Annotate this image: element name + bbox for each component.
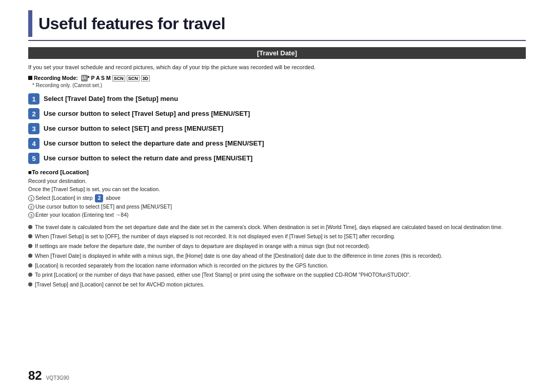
bullet-item-2: When [Travel Setup] is set to [OFF], the… [28, 233, 526, 241]
step-4: 4 Use cursor button to select the depart… [28, 138, 526, 149]
step-number-1: 1 [28, 93, 39, 105]
to-record-line-1: Record your destination. [28, 177, 526, 185]
to-record-section: ■To record [Location] Record your destin… [28, 169, 526, 219]
to-record-line-4: 2Use cursor button to select [SET] and p… [28, 202, 526, 211]
recording-note: * Recording only. (Cannot set.) [28, 82, 526, 88]
to-record-title: ■To record [Location] [28, 169, 526, 175]
step-text-4: Use cursor button to select the departur… [44, 138, 264, 149]
recording-mode-icons: iA* P A S M SCN SCN 3D [80, 75, 150, 81]
step-text-2: Use cursor button to select [Travel Setu… [44, 108, 250, 119]
title-accent [28, 10, 32, 37]
steps-list: 1 Select [Travel Date] from the [Setup] … [28, 93, 526, 164]
step-3: 3 Use cursor button to select [SET] and … [28, 123, 526, 134]
step-text-1: Select [Travel Date] from the [Setup] me… [44, 93, 178, 104]
step-text-3: Use cursor button to select [SET] and pr… [44, 123, 223, 134]
bullet-dot-3 [28, 244, 32, 248]
bullet-text-6: To print [Location] or the number of day… [35, 271, 411, 279]
bullet-dot-2 [28, 234, 32, 238]
bullet-text-5: [Location] is recorded separately from t… [35, 262, 328, 270]
page-footer: 82 VQT3G90 [28, 368, 69, 383]
to-record-line-2: Once the [Travel Setup] is set, you can … [28, 185, 526, 193]
title-section: Useful features for travel [28, 10, 526, 41]
bullet-item-6: To print [Location] or the number of day… [28, 271, 526, 279]
bullet-dot-7 [28, 282, 32, 286]
page-title: Useful features for travel [38, 14, 225, 33]
bullet-item-4: When [Travel Date] is displayed in white… [28, 252, 526, 260]
bullet-item-5: [Location] is recorded separately from t… [28, 262, 526, 270]
step-number-3: 3 [28, 123, 39, 134]
bullet-text-1: The travel date is calculated from the s… [35, 223, 503, 232]
bullet-dot-5 [28, 263, 32, 267]
step-1: 1 Select [Travel Date] from the [Setup] … [28, 93, 526, 105]
bullet-dot-6 [28, 273, 32, 277]
bullet-text-4: When [Travel Date] is displayed in white… [35, 252, 442, 260]
step-5: 5 Use cursor button to select the return… [28, 153, 526, 164]
to-record-body: Record your destination. Once the [Trave… [28, 177, 526, 219]
section-header: [Travel Date] [28, 47, 526, 59]
bullet-dot-4 [28, 254, 32, 258]
page-number: 82 [28, 368, 42, 383]
bullet-item-3: If settings are made before the departur… [28, 242, 526, 251]
to-record-line-3: 1Select [Location] in step 2 above [28, 194, 526, 202]
bullet-text-7: [Travel Setup] and [Location] cannot be … [35, 281, 204, 289]
step-number-5: 5 [28, 153, 39, 164]
recording-mode-label: Recording Mode: [34, 75, 78, 81]
intro-text: If you set your travel schedule and reco… [28, 63, 526, 72]
bullet-text-2: When [Travel Setup] is set to [OFF], the… [35, 233, 395, 241]
bullet-section: The travel date is calculated from the s… [28, 223, 526, 289]
bullet-dot-1 [28, 225, 32, 229]
step-text-5: Use cursor button to select the return d… [44, 153, 252, 163]
step-number-4: 4 [28, 138, 39, 149]
page-code: VQT3G90 [46, 375, 69, 381]
bullet-item-1: The travel date is calculated from the s… [28, 223, 526, 232]
step-number-2: 2 [28, 108, 39, 119]
step-2: 2 Use cursor button to select [Travel Se… [28, 108, 526, 119]
bullet-text-3: If settings are made before the departur… [35, 242, 370, 251]
to-record-line-5: 3Enter your location (Entering text →84) [28, 211, 526, 219]
bullet-item-7: [Travel Setup] and [Location] cannot be … [28, 281, 526, 289]
recording-mode: Recording Mode: iA* P A S M SCN SCN 3D [28, 75, 526, 82]
